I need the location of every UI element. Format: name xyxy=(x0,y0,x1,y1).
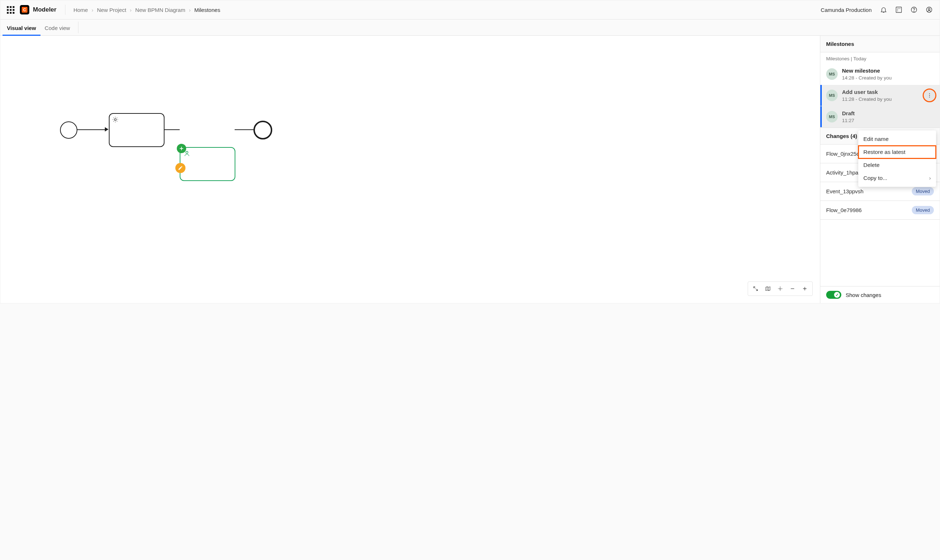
zoom-in-icon[interactable] xyxy=(799,283,811,294)
svg-point-9 xyxy=(780,288,781,289)
chevron-right-icon: › xyxy=(189,7,191,13)
milestone-meta: 14:28 - Created by you xyxy=(842,75,892,81)
milestone-meta: 11:28 - Created by you xyxy=(842,97,892,102)
app-switcher-button[interactable] xyxy=(5,5,15,15)
svg-point-10 xyxy=(929,93,930,94)
change-name: Flow_0e79986 xyxy=(826,207,861,213)
milestone-name: Draft xyxy=(842,110,855,116)
separator xyxy=(78,22,79,33)
bpmn-end-event[interactable] xyxy=(253,121,272,140)
avatar: MS xyxy=(826,111,838,123)
menu-edit-name[interactable]: Edit name xyxy=(858,132,936,146)
avatar: MS xyxy=(826,68,838,80)
milestone-item[interactable]: MS Draft 11:27 xyxy=(820,106,940,128)
panel-title: Milestones xyxy=(820,36,940,52)
bpmn-service-task[interactable] xyxy=(109,113,165,147)
menu-copy-to[interactable]: Copy to... › xyxy=(858,172,936,185)
user-icon xyxy=(183,150,191,158)
show-changes-toggle[interactable]: ✓ xyxy=(826,291,841,299)
milestone-menu-button[interactable] xyxy=(924,89,935,101)
svg-point-7 xyxy=(114,118,116,120)
svg-point-4 xyxy=(914,11,914,12)
bpmn-user-task[interactable] xyxy=(180,147,235,181)
brand-logo: C xyxy=(20,5,29,14)
tab-visual-view[interactable]: Visual view xyxy=(3,21,40,36)
minimap-icon[interactable] xyxy=(762,283,774,294)
milestone-context-menu: Edit name Restore as latest Delete Copy … xyxy=(858,131,936,187)
breadcrumb-link[interactable]: Home xyxy=(73,7,88,13)
zoom-out-icon[interactable] xyxy=(786,283,799,294)
bpmn-sequence-flow[interactable] xyxy=(164,129,180,130)
toggle-label: Show changes xyxy=(846,292,881,298)
milestone-item[interactable]: MS Add user task 11:28 - Created by you xyxy=(820,85,940,106)
bpmn-canvas[interactable] xyxy=(0,36,820,303)
panel-subheader: Milestones | Today xyxy=(820,52,940,64)
svg-text:C: C xyxy=(23,8,26,12)
edit-icon xyxy=(175,163,185,173)
bpmn-sequence-flow[interactable] xyxy=(235,129,253,130)
selection-stripe xyxy=(820,106,822,127)
milestones-panel: Milestones Milestones | Today MS New mil… xyxy=(820,36,940,303)
change-name: Event_13ppvsh xyxy=(826,188,863,194)
milestone-name: New milestone xyxy=(842,68,892,74)
cluster-icon[interactable] xyxy=(891,2,906,17)
change-row[interactable]: Flow_0e79986 Moved xyxy=(820,201,940,220)
canvas-toolbar xyxy=(748,282,813,296)
tab-code-view[interactable]: Code view xyxy=(40,21,74,36)
fullscreen-icon[interactable] xyxy=(749,283,762,294)
topbar: C Modeler Home › New Project › New BPMN … xyxy=(0,0,940,20)
panel-footer: ✓ Show changes xyxy=(820,286,940,303)
breadcrumbs: Home › New Project › New BPMN Diagram › … xyxy=(73,7,220,13)
org-switch[interactable]: Camunda Production xyxy=(821,7,872,13)
avatar: MS xyxy=(826,89,838,101)
breadcrumb-link[interactable]: New Project xyxy=(97,7,126,13)
change-badge: Moved xyxy=(912,206,934,214)
milestone-list: MS New milestone 14:28 - Created by you … xyxy=(820,64,940,128)
account-icon[interactable] xyxy=(922,2,937,17)
help-icon[interactable] xyxy=(906,2,922,17)
view-tabs: Visual view Code view xyxy=(0,20,940,36)
breadcrumb-current: Milestones xyxy=(194,7,220,13)
gear-icon xyxy=(112,116,119,124)
change-name: Flow_0jnx25d xyxy=(826,151,860,157)
svg-point-8 xyxy=(186,151,188,154)
brand-name: Modeler xyxy=(33,6,56,13)
menu-label: Copy to... xyxy=(863,175,887,182)
svg-rect-2 xyxy=(896,7,901,13)
bpmn-sequence-flow[interactable] xyxy=(77,129,106,130)
chevron-right-icon: › xyxy=(929,175,931,182)
breadcrumb-link[interactable]: New BPMN Diagram xyxy=(135,7,185,13)
reset-view-icon[interactable] xyxy=(774,283,786,294)
selection-stripe xyxy=(820,85,822,106)
change-badge: Moved xyxy=(912,187,934,195)
notifications-icon[interactable] xyxy=(876,2,891,17)
milestone-meta: 11:27 xyxy=(842,118,855,123)
milestone-name: Add user task xyxy=(842,89,892,95)
chevron-right-icon: › xyxy=(130,7,132,13)
menu-restore-as-latest[interactable]: Restore as latest xyxy=(858,146,936,158)
svg-point-11 xyxy=(929,95,930,96)
arrow-icon xyxy=(105,127,108,132)
check-icon: ✓ xyxy=(834,292,840,298)
chevron-right-icon: › xyxy=(91,7,93,13)
svg-point-6 xyxy=(928,8,930,10)
svg-point-12 xyxy=(929,97,930,98)
bpmn-start-event[interactable] xyxy=(60,122,77,139)
separator xyxy=(65,5,65,15)
menu-delete[interactable]: Delete xyxy=(858,158,936,172)
milestone-item[interactable]: MS New milestone 14:28 - Created by you xyxy=(820,64,940,85)
